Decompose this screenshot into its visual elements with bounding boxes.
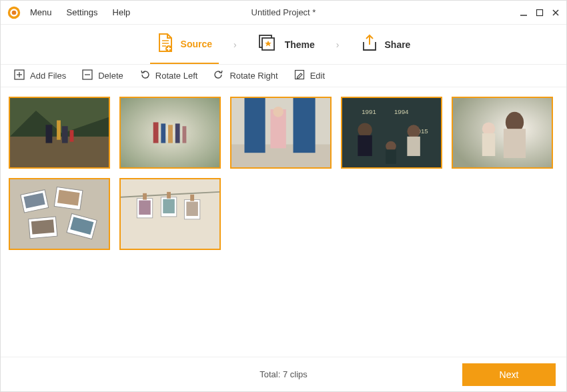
tool-label: Delete — [98, 71, 123, 81]
plus-square-icon — [14, 69, 25, 82]
settings-button[interactable]: Settings — [67, 7, 98, 17]
rotate-right-icon — [213, 69, 224, 82]
svg-rect-56 — [482, 133, 495, 156]
svg-rect-47 — [358, 135, 372, 156]
delete-button[interactable]: Delete — [82, 69, 123, 82]
svg-point-2 — [12, 10, 17, 15]
svg-rect-24 — [10, 137, 109, 167]
svg-rect-31 — [153, 122, 159, 143]
svg-rect-33 — [168, 125, 173, 143]
theme-icon — [258, 34, 278, 55]
svg-rect-26 — [57, 121, 61, 140]
titlebar: Menu Settings Help Untitled Project * — [1, 1, 566, 25]
rotate-left-icon — [139, 69, 150, 82]
chevron-right-icon: › — [233, 39, 237, 50]
toolbar: Add Files Delete Rotate Left Rotate Righ… — [1, 65, 566, 87]
step-label: Share — [385, 39, 411, 50]
clip-thumbnail[interactable] — [230, 97, 332, 169]
svg-point-50 — [407, 125, 420, 137]
svg-rect-35 — [183, 126, 187, 143]
help-button[interactable]: Help — [113, 7, 131, 17]
rotate-left-button[interactable]: Rotate Left — [139, 69, 198, 82]
svg-rect-28 — [62, 126, 68, 143]
chevron-right-icon: › — [336, 39, 340, 50]
svg-rect-39 — [294, 98, 316, 153]
tool-label: Rotate Left — [155, 71, 198, 81]
step-label: Theme — [285, 39, 315, 50]
menu-button[interactable]: Menu — [30, 7, 52, 17]
app-icon — [7, 6, 21, 19]
clip-thumbnail[interactable] — [119, 97, 221, 169]
close-icon[interactable] — [552, 9, 560, 17]
svg-rect-72 — [163, 199, 175, 213]
add-files-button[interactable]: Add Files — [14, 69, 66, 82]
svg-rect-34 — [175, 123, 180, 143]
edit-icon — [294, 69, 305, 82]
maximize-icon[interactable] — [536, 9, 544, 17]
svg-rect-27 — [46, 125, 53, 143]
footer: Total: 7 clips Next — [1, 357, 566, 391]
svg-rect-73 — [167, 192, 171, 199]
svg-rect-76 — [190, 195, 194, 201]
share-icon — [361, 34, 378, 55]
svg-text:1994: 1994 — [394, 108, 409, 115]
minus-square-icon — [82, 69, 93, 82]
clip-grid: 199119942015 — [1, 87, 566, 357]
svg-rect-4 — [537, 9, 543, 15]
tool-label: Rotate Right — [229, 71, 277, 81]
tool-label: Edit — [310, 71, 325, 81]
rotate-right-button[interactable]: Rotate Right — [213, 69, 277, 82]
svg-point-46 — [358, 123, 372, 137]
svg-point-41 — [273, 107, 284, 117]
svg-text:1991: 1991 — [362, 108, 376, 115]
clip-thumbnail[interactable]: 199119942015 — [341, 97, 442, 169]
step-share[interactable]: Share — [354, 25, 418, 64]
tool-label: Add Files — [30, 71, 66, 81]
svg-rect-32 — [161, 123, 165, 143]
stepper: Source › Theme › Share — [1, 25, 566, 65]
clip-thumbnail[interactable] — [452, 97, 553, 169]
svg-rect-54 — [504, 129, 526, 158]
edit-button[interactable]: Edit — [294, 69, 325, 82]
svg-rect-29 — [70, 130, 74, 142]
svg-rect-52 — [453, 98, 552, 167]
step-source[interactable]: Source — [150, 25, 219, 64]
svg-rect-63 — [31, 219, 55, 234]
step-label: Source — [181, 39, 212, 49]
minimize-icon[interactable] — [520, 9, 528, 17]
step-theme[interactable]: Theme — [251, 25, 322, 64]
svg-rect-69 — [139, 201, 151, 215]
svg-rect-51 — [407, 137, 420, 156]
clip-thumbnail[interactable] — [9, 178, 110, 250]
svg-rect-38 — [244, 98, 265, 153]
svg-rect-49 — [386, 149, 396, 163]
svg-rect-70 — [143, 193, 147, 200]
document-add-icon — [157, 33, 174, 55]
clip-thumbnail[interactable] — [9, 97, 110, 169]
clip-thumbnail[interactable] — [119, 178, 221, 250]
next-button[interactable]: Next — [462, 363, 556, 386]
svg-rect-75 — [186, 202, 198, 216]
